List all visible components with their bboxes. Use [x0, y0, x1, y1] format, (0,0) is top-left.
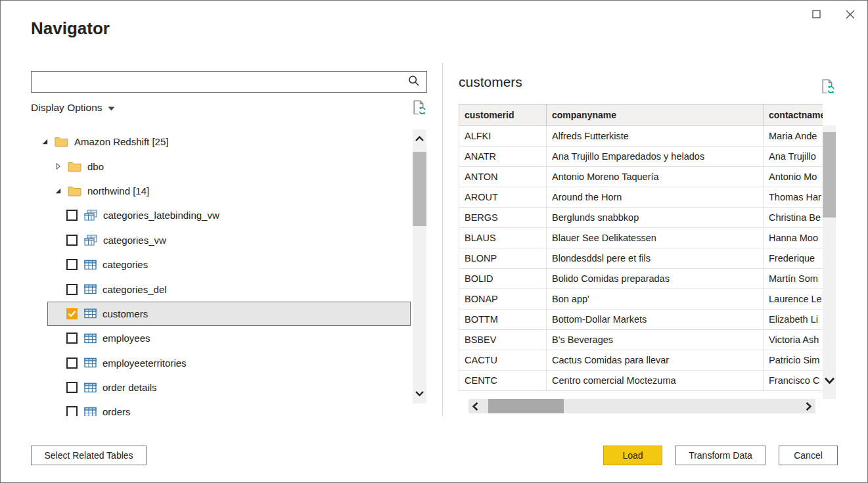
folder-icon	[68, 161, 81, 172]
table-row: BONAPBon app'Laurence Le	[459, 289, 823, 310]
table-cell: Elizabeth Li	[764, 310, 823, 330]
tree-scrollbar[interactable]	[413, 129, 426, 403]
table-row: BLONPBlondesddsl pere et filsFrederique	[459, 248, 823, 269]
scroll-left-icon[interactable]	[472, 399, 479, 413]
tree-item-categories-vw[interactable]: categories_vw	[47, 228, 411, 252]
tree-refresh-button[interactable]	[411, 99, 427, 118]
preview-horizontal-scrollbar[interactable]	[468, 399, 815, 413]
tree-item-customers[interactable]: customers	[47, 302, 411, 326]
tree-item-label: Amazon Redshift [25]	[74, 136, 168, 147]
table-cell: BOLID	[459, 269, 547, 289]
tree-item-label: dbo	[87, 161, 104, 172]
tree-item-orders[interactable]: orders	[47, 400, 411, 416]
table-cell: ANATR	[459, 147, 547, 167]
tree-collapse-icon[interactable]	[41, 138, 49, 145]
scroll-right-icon[interactable]	[805, 399, 812, 413]
options-row: Display Options	[31, 99, 427, 119]
table-cell: Blauer See Delikatessen	[547, 228, 764, 248]
display-options-dropdown[interactable]: Display Options	[31, 102, 115, 114]
tree-item-label: orders	[103, 406, 131, 416]
scroll-up-icon[interactable]	[413, 135, 426, 142]
tree-collapse-icon[interactable]	[55, 187, 62, 195]
cancel-button[interactable]: Cancel	[779, 446, 838, 465]
preview-vertical-scrollbar-thumb[interactable]	[823, 132, 836, 218]
checkbox-unchecked[interactable]	[66, 259, 78, 270]
transform-data-button[interactable]: Transform Data	[675, 446, 765, 465]
search-icon	[407, 74, 421, 89]
tree-item-categories[interactable]: categories	[47, 252, 411, 277]
table-cell: Berglunds snabbkop	[547, 208, 764, 228]
search-button[interactable]	[401, 72, 426, 92]
preview-horizontal-scrollbar-thumb[interactable]	[488, 399, 564, 413]
tree-item-order-details[interactable]: order details	[47, 375, 411, 400]
maximize-button[interactable]	[806, 6, 827, 24]
checkbox-unchecked[interactable]	[66, 406, 78, 416]
refresh-preview-icon	[411, 99, 427, 118]
view-icon	[84, 235, 97, 246]
table-cell: B's Beverages	[547, 330, 764, 350]
table-cell: BOTTM	[459, 310, 547, 330]
tree-item-northwind-14[interactable]: northwind [14]	[31, 179, 411, 203]
tree-item-categories-latebinding-vw[interactable]: categories_latebinding_vw	[47, 203, 411, 227]
tree: Amazon Redshift [25]dbonorthwind [14]cat…	[31, 129, 411, 416]
scroll-down-icon[interactable]	[413, 390, 426, 397]
search-input[interactable]	[32, 72, 401, 92]
view-icon	[84, 210, 97, 221]
preview-table: customeridcompanynamecontactname ALFKIAl…	[459, 104, 823, 391]
tree-item-employees[interactable]: employees	[47, 326, 411, 350]
table-cell: Francisco C	[764, 371, 823, 391]
table-cell: ALFKI	[459, 126, 547, 147]
table-cell: BERGS	[459, 208, 547, 228]
tree-item-amazon-redshift-25[interactable]: Amazon Redshift [25]	[31, 129, 411, 154]
tree-item-dbo[interactable]: dbo	[31, 154, 411, 178]
preview-refresh-button[interactable]	[819, 78, 836, 97]
table-cell: Laurence Le	[764, 289, 823, 310]
checkbox-unchecked[interactable]	[66, 357, 78, 369]
chevron-down-icon	[108, 102, 115, 114]
tree-item-categories-del[interactable]: categories_del	[47, 277, 411, 301]
tree-item-label: order details	[103, 382, 157, 393]
tree-item-label: categories_del	[103, 284, 167, 295]
table-row: BOTTMBottom-Dollar MarketsElizabeth Li	[459, 310, 823, 330]
tree-item-employeeterritories[interactable]: employeeterritories	[47, 351, 411, 375]
scroll-down-icon[interactable]	[823, 377, 836, 384]
tree-item-label: northwind [14]	[87, 185, 149, 196]
folder-icon	[68, 185, 81, 196]
tree-item-label: categories_latebinding_vw	[103, 210, 219, 221]
checkbox-unchecked[interactable]	[66, 210, 78, 221]
close-button[interactable]	[840, 6, 861, 24]
table-row: BOLIDBolido Comidas preparadasMartín Som	[459, 269, 823, 289]
close-icon	[846, 10, 855, 21]
table-row: CENTCCentro comercial MoctezumaFrancisco…	[459, 371, 823, 391]
checkbox-unchecked[interactable]	[66, 235, 78, 246]
table-icon	[84, 357, 97, 368]
preview-table-header-row: customeridcompanynamecontactname	[459, 104, 823, 126]
checkbox-unchecked[interactable]	[66, 284, 78, 295]
table-icon	[84, 308, 97, 319]
table-cell: CENTC	[459, 371, 547, 391]
table-cell: Around the Horn	[547, 187, 764, 208]
table-cell: Victoria Ash	[764, 330, 823, 350]
tree-scrollbar-thumb[interactable]	[413, 152, 426, 226]
checkbox-unchecked[interactable]	[66, 382, 78, 393]
preview-table-wrap: customeridcompanynamecontactname ALFKIAl…	[459, 104, 823, 399]
table-row: BERGSBerglunds snabbkopChristina Be	[459, 208, 823, 228]
refresh-preview-icon	[819, 78, 836, 97]
table-cell: Christina Be	[764, 208, 823, 228]
column-header-companyname: companyname	[547, 104, 764, 126]
tree-item-label: employees	[103, 333, 150, 344]
table-cell: Thomas Har	[764, 187, 823, 208]
table-cell: BLAUS	[459, 228, 547, 248]
table-row: ANTONAntonio Moreno TaqueríaAntonio Mo	[459, 167, 823, 187]
load-button[interactable]: Load	[603, 446, 662, 465]
checkbox-unchecked[interactable]	[66, 333, 78, 344]
page-title: Navigator	[31, 18, 110, 39]
tree-expand-icon[interactable]	[55, 162, 62, 170]
display-options-label: Display Options	[31, 102, 103, 114]
checkbox-checked[interactable]	[66, 308, 78, 319]
select-related-tables-button[interactable]: Select Related Tables	[31, 446, 147, 465]
preview-vertical-scrollbar[interactable]	[823, 126, 836, 399]
column-header-customerid: customerid	[459, 104, 547, 126]
table-row: ANATRAna Trujillo Emparedados y heladosA…	[459, 147, 823, 167]
table-cell: Ana Trujillo Emparedados y helados	[547, 147, 764, 167]
